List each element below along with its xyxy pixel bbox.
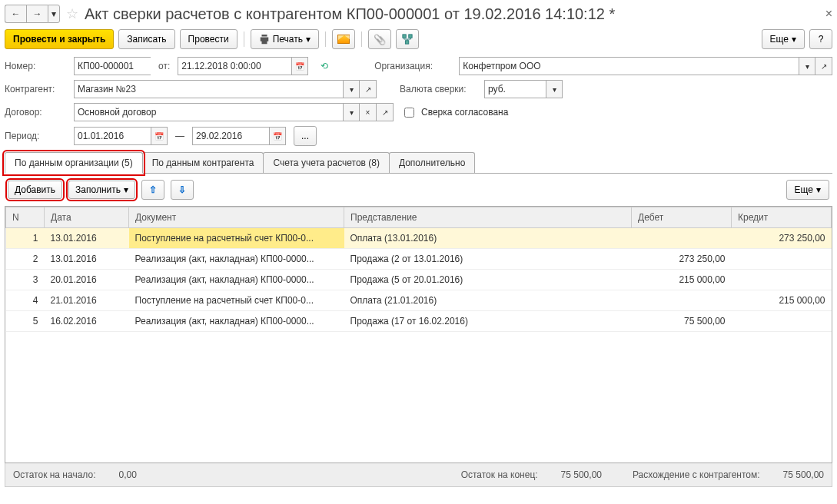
cell-date: 21.01.2016 (45, 290, 129, 311)
table-more-button[interactable]: Еще ▾ (786, 180, 829, 200)
tab-contragent-data[interactable]: По данным контрагента (142, 152, 264, 173)
period-select-button[interactable]: ... (294, 126, 317, 146)
cell-doc: Поступление на расчетный счет КП00-0... (129, 228, 344, 249)
svg-rect-2 (405, 41, 408, 44)
period-from-calendar-icon[interactable]: 📅 (151, 127, 168, 145)
cell-credit: 215 000,00 (732, 290, 832, 311)
reconciliation-table: N Дата Документ Представление Дебет Кред… (5, 207, 832, 332)
agreed-checkbox-wrap[interactable]: Сверка согласована (401, 105, 508, 120)
balance-start-label: Остаток на начало: (13, 469, 95, 480)
cell-credit: 273 250,00 (732, 228, 832, 249)
period-to-input[interactable]: 29.02.2016 (192, 127, 269, 145)
contragent-dropdown-button[interactable]: ▾ (343, 80, 360, 98)
cell-repr: Оплата (13.01.2016) (344, 228, 632, 249)
cell-date: 20.01.2016 (45, 270, 129, 290)
col-repr[interactable]: Представление (344, 207, 632, 228)
refresh-icon[interactable]: ⟲ (321, 61, 328, 71)
save-button[interactable]: Записать (118, 29, 174, 49)
cell-date: 13.01.2016 (45, 228, 129, 249)
number-input[interactable]: КП00-000001 (74, 57, 151, 75)
chevron-down-icon: ▾ (306, 34, 311, 45)
separator (325, 32, 326, 47)
col-credit[interactable]: Кредит (732, 207, 832, 228)
col-date[interactable]: Дата (45, 207, 129, 228)
org-open-button[interactable]: ↗ (815, 57, 832, 75)
period-from-input[interactable]: 01.01.2016 (74, 127, 151, 145)
more-button[interactable]: Еще ▾ (762, 29, 805, 49)
period-label: Период: (5, 131, 66, 141)
table-row[interactable]: 213.01.2016Реализация (акт, накладная) К… (6, 249, 832, 270)
period-dash: — (175, 131, 184, 141)
fill-button[interactable]: Заполнить ▾ (68, 181, 135, 199)
cell-doc: Реализация (акт, накладная) КП00-0000... (129, 311, 344, 332)
structure-button[interactable] (396, 29, 419, 49)
separator (361, 32, 362, 47)
agreed-checkbox[interactable] (404, 108, 414, 118)
attach-button[interactable] (368, 29, 391, 49)
cell-n: 1 (6, 228, 45, 249)
move-up-button[interactable]: ⇧ (141, 180, 164, 200)
org-label: Организация: (374, 61, 451, 71)
cell-credit (732, 270, 832, 290)
col-n[interactable]: N (6, 207, 45, 228)
tab-accounts[interactable]: Счета учета расчетов (8) (263, 152, 389, 173)
cell-date: 13.01.2016 (45, 249, 129, 270)
post-button[interactable]: Провести (180, 29, 237, 49)
arrow-down-icon: ⇩ (178, 184, 186, 195)
print-label: Печать (273, 34, 303, 45)
contract-dropdown-button[interactable]: ▾ (343, 103, 360, 121)
favorite-star-icon[interactable]: ☆ (66, 5, 78, 22)
cell-n: 4 (6, 290, 45, 311)
cell-doc: Реализация (акт, накладная) КП00-0000... (129, 249, 344, 270)
table-row[interactable]: 113.01.2016Поступление на расчетный счет… (6, 228, 832, 249)
nav-dropdown-button[interactable]: ▾ (48, 5, 60, 23)
cell-debit (632, 290, 732, 311)
contract-input[interactable]: Основной договор (74, 103, 343, 121)
cell-credit (732, 311, 832, 332)
cell-repr: Продажа (17 от 16.02.2016) (344, 311, 632, 332)
nav-forward-button[interactable]: → (26, 5, 48, 23)
tab-extra[interactable]: Дополнительно (389, 152, 475, 173)
print-button[interactable]: Печать ▾ (251, 29, 319, 49)
page-title: Акт сверки расчетов с контрагентом КП00-… (85, 5, 615, 23)
table-row[interactable]: 516.02.2016Реализация (акт, накладная) К… (6, 311, 832, 332)
cell-n: 2 (6, 249, 45, 270)
cell-repr: Продажа (2 от 13.01.2016) (344, 249, 632, 270)
currency-input[interactable]: руб. (484, 80, 546, 98)
nav-back-button[interactable]: ← (5, 5, 26, 23)
chevron-down-icon: ▾ (816, 184, 821, 195)
contragent-open-button[interactable]: ↗ (360, 80, 377, 98)
contract-clear-button[interactable]: × (360, 103, 377, 121)
calendar-icon[interactable]: 📅 (291, 57, 308, 75)
mail-icon (337, 35, 350, 44)
contract-open-button[interactable]: ↗ (377, 103, 394, 121)
cell-debit: 75 500,00 (632, 311, 732, 332)
cell-doc: Реализация (акт, накладная) КП00-0000... (129, 270, 344, 290)
structure-icon (402, 34, 413, 45)
cell-date: 16.02.2016 (45, 311, 129, 332)
col-debit[interactable]: Дебет (632, 207, 732, 228)
currency-dropdown-button[interactable]: ▾ (546, 80, 563, 98)
contragent-label: Контрагент: (5, 84, 66, 94)
mail-button[interactable] (332, 29, 355, 49)
table-row[interactable]: 421.01.2016Поступление на расчетный счет… (6, 290, 832, 311)
printer-icon (259, 34, 270, 45)
cell-debit (632, 228, 732, 249)
diff-label: Расхождение с контрагентом: (633, 469, 760, 480)
add-button[interactable]: Добавить (8, 181, 62, 199)
balance-end-value: 75 500,00 (561, 469, 602, 480)
post-and-close-button[interactable]: Провести и закрыть (5, 29, 114, 49)
from-date-input[interactable]: 21.12.2018 0:00:00 (178, 57, 291, 75)
close-icon[interactable]: × (825, 7, 832, 21)
move-down-button[interactable]: ⇩ (171, 180, 194, 200)
contragent-input[interactable]: Магазин №23 (74, 80, 343, 98)
period-to-calendar-icon[interactable]: 📅 (269, 127, 286, 145)
col-doc[interactable]: Документ (129, 207, 344, 228)
chevron-down-icon: ▾ (792, 34, 796, 45)
table-row[interactable]: 320.01.2016Реализация (акт, накладная) К… (6, 270, 832, 290)
org-input[interactable]: Конфетпром ООО (459, 57, 799, 75)
chevron-down-icon: ▾ (124, 184, 128, 195)
help-button[interactable]: ? (809, 29, 832, 49)
tab-org-data[interactable]: По данным организации (5) (5, 152, 143, 174)
org-dropdown-button[interactable]: ▾ (799, 57, 815, 75)
